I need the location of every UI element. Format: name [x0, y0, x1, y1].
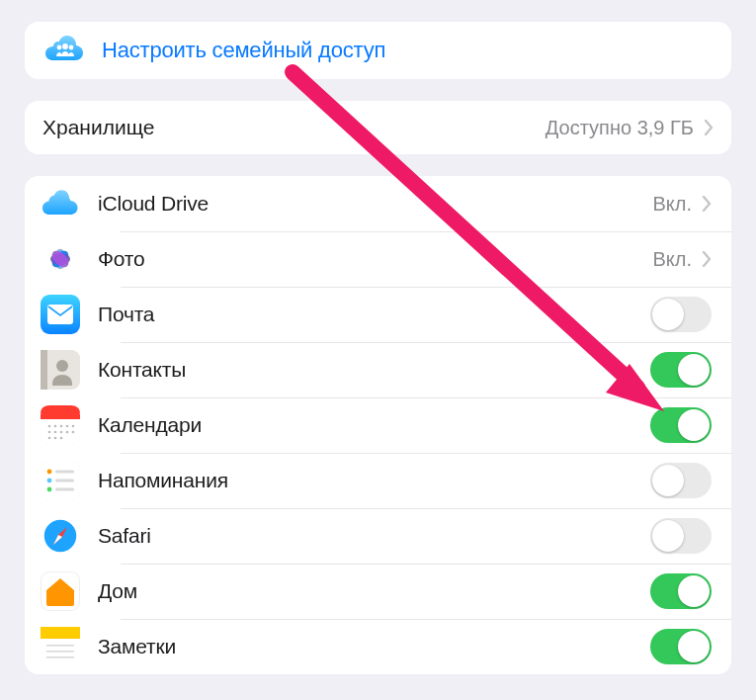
svg-point-19: [54, 425, 57, 428]
safari-row: Safari: [25, 508, 731, 564]
notes-toggle[interactable]: [650, 629, 712, 664]
icloud-drive-label: iCloud Drive: [98, 192, 652, 216]
svg-point-34: [47, 487, 52, 492]
mail-label: Почта: [98, 303, 650, 326]
svg-rect-17: [41, 414, 80, 419]
svg-rect-35: [55, 471, 74, 474]
mail-icon: [41, 295, 80, 334]
storage-title: Хранилище: [42, 116, 546, 139]
photos-label: Фото: [98, 247, 652, 271]
svg-rect-46: [46, 651, 74, 653]
svg-point-14: [56, 360, 68, 372]
home-toggle[interactable]: [650, 573, 712, 609]
svg-rect-37: [55, 488, 74, 491]
svg-point-33: [47, 479, 52, 483]
photos-row[interactable]: Фото Вкл.: [25, 231, 731, 287]
svg-rect-47: [46, 656, 74, 658]
svg-point-30: [60, 437, 63, 440]
svg-point-29: [54, 437, 57, 440]
storage-available: Доступно 3,9 ГБ: [546, 117, 694, 139]
calendar-icon: [41, 405, 80, 445]
mail-toggle[interactable]: [650, 297, 712, 332]
chevron-right-icon: [702, 195, 712, 213]
reminders-label: Напоминания: [98, 469, 650, 492]
family-sharing-label: Настроить семейный доступ: [102, 38, 714, 63]
safari-label: Safari: [98, 524, 650, 548]
svg-point-2: [69, 45, 74, 50]
svg-point-1: [62, 44, 68, 49]
home-row: Дом: [25, 564, 731, 619]
notes-icon: [41, 627, 80, 666]
svg-rect-13: [41, 350, 47, 390]
calendars-row: Календари: [25, 397, 731, 453]
svg-point-26: [66, 431, 69, 434]
svg-point-32: [47, 470, 52, 475]
svg-point-24: [54, 431, 57, 434]
contacts-row: Контакты: [25, 342, 731, 397]
safari-toggle[interactable]: [650, 518, 712, 554]
family-sharing-row[interactable]: Настроить семейный доступ: [25, 22, 731, 79]
reminders-icon: [41, 461, 80, 500]
icloud-drive-icon: [41, 184, 80, 223]
photos-status: Вкл.: [652, 248, 692, 271]
svg-point-18: [48, 425, 51, 428]
svg-rect-44: [41, 627, 80, 639]
photos-icon: [41, 239, 80, 279]
svg-rect-36: [55, 480, 74, 482]
apps-section: iCloud Drive Вкл.: [25, 176, 731, 674]
svg-point-28: [48, 437, 51, 440]
reminders-toggle[interactable]: [650, 463, 712, 498]
chevron-right-icon: [704, 119, 714, 136]
icloud-drive-status: Вкл.: [652, 193, 692, 216]
family-sharing-icon: [42, 29, 86, 72]
svg-point-25: [60, 431, 63, 434]
contacts-label: Контакты: [98, 358, 650, 382]
icloud-drive-row[interactable]: iCloud Drive Вкл.: [25, 176, 731, 231]
contacts-toggle[interactable]: [650, 352, 712, 388]
safari-icon: [41, 516, 80, 556]
home-icon: [41, 571, 80, 611]
reminders-row: Напоминания: [25, 453, 731, 508]
svg-point-21: [66, 425, 69, 428]
storage-section: Хранилище Доступно 3,9 ГБ: [25, 101, 731, 154]
svg-rect-45: [46, 645, 74, 647]
mail-row: Почта: [25, 287, 731, 342]
calendars-toggle[interactable]: [650, 407, 712, 443]
svg-point-23: [48, 431, 51, 434]
notes-label: Заметки: [98, 635, 650, 658]
notes-row: Заметки: [25, 619, 731, 674]
home-label: Дом: [98, 579, 650, 603]
family-sharing-section: Настроить семейный доступ: [25, 22, 731, 79]
calendars-label: Календари: [98, 413, 650, 437]
svg-point-20: [60, 425, 63, 428]
storage-row[interactable]: Хранилище Доступно 3,9 ГБ: [25, 101, 731, 154]
svg-point-22: [72, 425, 75, 428]
svg-point-0: [57, 45, 62, 50]
svg-point-27: [72, 431, 75, 434]
contacts-icon: [41, 350, 80, 390]
chevron-right-icon: [702, 250, 712, 268]
